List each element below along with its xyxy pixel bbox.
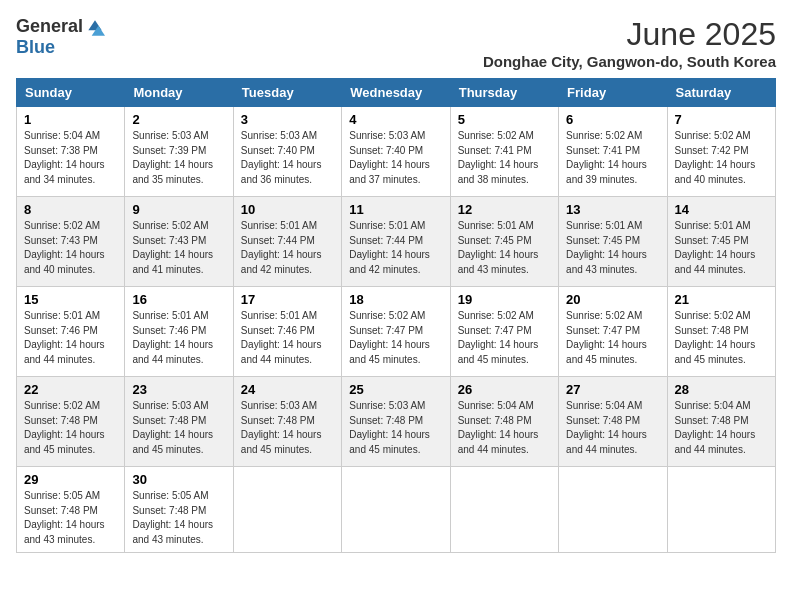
calendar-cell: 3 Sunrise: 5:03 AMSunset: 7:40 PMDayligh… bbox=[233, 107, 341, 197]
calendar-cell: 29 Sunrise: 5:05 AMSunset: 7:48 PMDaylig… bbox=[17, 467, 125, 553]
calendar-cell bbox=[450, 467, 558, 553]
calendar-cell: 14 Sunrise: 5:01 AMSunset: 7:45 PMDaylig… bbox=[667, 197, 775, 287]
calendar-cell: 19 Sunrise: 5:02 AMSunset: 7:47 PMDaylig… bbox=[450, 287, 558, 377]
calendar-cell: 13 Sunrise: 5:01 AMSunset: 7:45 PMDaylig… bbox=[559, 197, 667, 287]
calendar-week-2: 8 Sunrise: 5:02 AMSunset: 7:43 PMDayligh… bbox=[17, 197, 776, 287]
calendar-cell: 5 Sunrise: 5:02 AMSunset: 7:41 PMDayligh… bbox=[450, 107, 558, 197]
day-number: 16 bbox=[132, 292, 225, 307]
calendar-table: SundayMondayTuesdayWednesdayThursdayFrid… bbox=[16, 78, 776, 553]
day-info: Sunrise: 5:04 AMSunset: 7:48 PMDaylight:… bbox=[566, 400, 647, 455]
day-number: 29 bbox=[24, 472, 117, 487]
day-info: Sunrise: 5:03 AMSunset: 7:48 PMDaylight:… bbox=[241, 400, 322, 455]
header-sunday: Sunday bbox=[17, 79, 125, 107]
day-number: 2 bbox=[132, 112, 225, 127]
day-number: 17 bbox=[241, 292, 334, 307]
day-info: Sunrise: 5:03 AMSunset: 7:40 PMDaylight:… bbox=[349, 130, 430, 185]
calendar-week-4: 22 Sunrise: 5:02 AMSunset: 7:48 PMDaylig… bbox=[17, 377, 776, 467]
header-tuesday: Tuesday bbox=[233, 79, 341, 107]
day-info: Sunrise: 5:02 AMSunset: 7:43 PMDaylight:… bbox=[132, 220, 213, 275]
day-number: 21 bbox=[675, 292, 768, 307]
location-subtitle: Donghae City, Gangwon-do, South Korea bbox=[483, 53, 776, 70]
day-number: 23 bbox=[132, 382, 225, 397]
day-number: 5 bbox=[458, 112, 551, 127]
calendar-cell: 26 Sunrise: 5:04 AMSunset: 7:48 PMDaylig… bbox=[450, 377, 558, 467]
logo: General Blue bbox=[16, 16, 105, 58]
day-info: Sunrise: 5:01 AMSunset: 7:46 PMDaylight:… bbox=[132, 310, 213, 365]
day-info: Sunrise: 5:02 AMSunset: 7:47 PMDaylight:… bbox=[566, 310, 647, 365]
calendar-cell: 1 Sunrise: 5:04 AMSunset: 7:38 PMDayligh… bbox=[17, 107, 125, 197]
day-number: 15 bbox=[24, 292, 117, 307]
day-number: 12 bbox=[458, 202, 551, 217]
day-number: 28 bbox=[675, 382, 768, 397]
calendar-cell: 7 Sunrise: 5:02 AMSunset: 7:42 PMDayligh… bbox=[667, 107, 775, 197]
day-number: 8 bbox=[24, 202, 117, 217]
day-number: 19 bbox=[458, 292, 551, 307]
calendar-header-row: SundayMondayTuesdayWednesdayThursdayFrid… bbox=[17, 79, 776, 107]
calendar-cell bbox=[342, 467, 450, 553]
calendar-cell: 18 Sunrise: 5:02 AMSunset: 7:47 PMDaylig… bbox=[342, 287, 450, 377]
day-info: Sunrise: 5:01 AMSunset: 7:44 PMDaylight:… bbox=[241, 220, 322, 275]
title-area: June 2025 Donghae City, Gangwon-do, Sout… bbox=[483, 16, 776, 70]
calendar-cell: 20 Sunrise: 5:02 AMSunset: 7:47 PMDaylig… bbox=[559, 287, 667, 377]
day-info: Sunrise: 5:02 AMSunset: 7:42 PMDaylight:… bbox=[675, 130, 756, 185]
logo-blue-text: Blue bbox=[16, 37, 55, 57]
day-number: 30 bbox=[132, 472, 225, 487]
calendar-cell: 24 Sunrise: 5:03 AMSunset: 7:48 PMDaylig… bbox=[233, 377, 341, 467]
day-number: 7 bbox=[675, 112, 768, 127]
header-monday: Monday bbox=[125, 79, 233, 107]
calendar-cell: 12 Sunrise: 5:01 AMSunset: 7:45 PMDaylig… bbox=[450, 197, 558, 287]
calendar-cell: 2 Sunrise: 5:03 AMSunset: 7:39 PMDayligh… bbox=[125, 107, 233, 197]
day-number: 9 bbox=[132, 202, 225, 217]
day-number: 18 bbox=[349, 292, 442, 307]
calendar-cell: 22 Sunrise: 5:02 AMSunset: 7:48 PMDaylig… bbox=[17, 377, 125, 467]
day-number: 24 bbox=[241, 382, 334, 397]
month-title: June 2025 bbox=[483, 16, 776, 53]
day-number: 13 bbox=[566, 202, 659, 217]
calendar-cell: 23 Sunrise: 5:03 AMSunset: 7:48 PMDaylig… bbox=[125, 377, 233, 467]
day-info: Sunrise: 5:05 AMSunset: 7:48 PMDaylight:… bbox=[132, 490, 213, 545]
day-number: 11 bbox=[349, 202, 442, 217]
calendar-cell: 15 Sunrise: 5:01 AMSunset: 7:46 PMDaylig… bbox=[17, 287, 125, 377]
day-info: Sunrise: 5:02 AMSunset: 7:41 PMDaylight:… bbox=[458, 130, 539, 185]
header-thursday: Thursday bbox=[450, 79, 558, 107]
day-number: 3 bbox=[241, 112, 334, 127]
calendar-cell: 11 Sunrise: 5:01 AMSunset: 7:44 PMDaylig… bbox=[342, 197, 450, 287]
calendar-cell: 30 Sunrise: 5:05 AMSunset: 7:48 PMDaylig… bbox=[125, 467, 233, 553]
calendar-cell: 8 Sunrise: 5:02 AMSunset: 7:43 PMDayligh… bbox=[17, 197, 125, 287]
day-number: 25 bbox=[349, 382, 442, 397]
day-number: 4 bbox=[349, 112, 442, 127]
calendar-cell: 21 Sunrise: 5:02 AMSunset: 7:48 PMDaylig… bbox=[667, 287, 775, 377]
calendar-cell: 17 Sunrise: 5:01 AMSunset: 7:46 PMDaylig… bbox=[233, 287, 341, 377]
day-number: 27 bbox=[566, 382, 659, 397]
logo-general-text: General bbox=[16, 16, 83, 37]
calendar-cell: 4 Sunrise: 5:03 AMSunset: 7:40 PMDayligh… bbox=[342, 107, 450, 197]
day-info: Sunrise: 5:02 AMSunset: 7:47 PMDaylight:… bbox=[458, 310, 539, 365]
day-info: Sunrise: 5:02 AMSunset: 7:41 PMDaylight:… bbox=[566, 130, 647, 185]
day-info: Sunrise: 5:01 AMSunset: 7:45 PMDaylight:… bbox=[675, 220, 756, 275]
logo-icon bbox=[85, 17, 105, 37]
calendar-cell bbox=[233, 467, 341, 553]
day-info: Sunrise: 5:01 AMSunset: 7:45 PMDaylight:… bbox=[458, 220, 539, 275]
day-info: Sunrise: 5:03 AMSunset: 7:40 PMDaylight:… bbox=[241, 130, 322, 185]
day-info: Sunrise: 5:01 AMSunset: 7:45 PMDaylight:… bbox=[566, 220, 647, 275]
day-info: Sunrise: 5:05 AMSunset: 7:48 PMDaylight:… bbox=[24, 490, 105, 545]
calendar-cell: 27 Sunrise: 5:04 AMSunset: 7:48 PMDaylig… bbox=[559, 377, 667, 467]
day-number: 10 bbox=[241, 202, 334, 217]
day-info: Sunrise: 5:02 AMSunset: 7:48 PMDaylight:… bbox=[675, 310, 756, 365]
day-info: Sunrise: 5:01 AMSunset: 7:46 PMDaylight:… bbox=[24, 310, 105, 365]
header-wednesday: Wednesday bbox=[342, 79, 450, 107]
calendar-week-5: 29 Sunrise: 5:05 AMSunset: 7:48 PMDaylig… bbox=[17, 467, 776, 553]
day-info: Sunrise: 5:04 AMSunset: 7:38 PMDaylight:… bbox=[24, 130, 105, 185]
day-info: Sunrise: 5:02 AMSunset: 7:47 PMDaylight:… bbox=[349, 310, 430, 365]
day-info: Sunrise: 5:03 AMSunset: 7:48 PMDaylight:… bbox=[132, 400, 213, 455]
header: General Blue June 2025 Donghae City, Gan… bbox=[16, 16, 776, 70]
calendar-cell bbox=[559, 467, 667, 553]
day-number: 26 bbox=[458, 382, 551, 397]
calendar-cell: 25 Sunrise: 5:03 AMSunset: 7:48 PMDaylig… bbox=[342, 377, 450, 467]
day-number: 6 bbox=[566, 112, 659, 127]
day-info: Sunrise: 5:01 AMSunset: 7:46 PMDaylight:… bbox=[241, 310, 322, 365]
calendar-cell: 9 Sunrise: 5:02 AMSunset: 7:43 PMDayligh… bbox=[125, 197, 233, 287]
day-number: 1 bbox=[24, 112, 117, 127]
day-info: Sunrise: 5:02 AMSunset: 7:48 PMDaylight:… bbox=[24, 400, 105, 455]
day-info: Sunrise: 5:03 AMSunset: 7:39 PMDaylight:… bbox=[132, 130, 213, 185]
